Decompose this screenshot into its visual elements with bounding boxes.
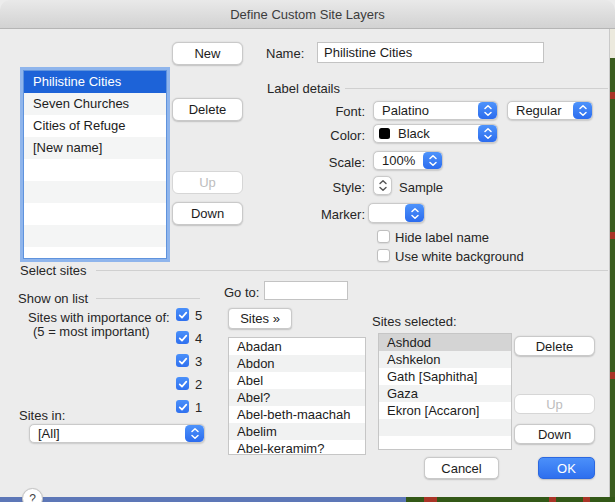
chevron-up-down-icon <box>423 152 442 169</box>
map-background-sliver-bottom <box>0 497 615 502</box>
site-list-item[interactable]: Abdon <box>229 355 365 372</box>
checkmark-icon <box>178 310 188 320</box>
color-popup[interactable]: Black <box>373 124 498 143</box>
font-popup[interactable]: Palatino <box>373 101 498 120</box>
hide-label-name-label[interactable]: Hide label name <box>395 230 489 245</box>
selected-site-empty-row <box>379 419 511 436</box>
sites-in-popup-value: [All] <box>30 426 185 441</box>
importance-note: (5 = most important) <box>33 324 150 339</box>
help-question-icon: ? <box>29 492 36 502</box>
select-sites-heading: Select sites <box>20 263 86 278</box>
importance-3-checkbox[interactable] <box>176 354 189 367</box>
font-style-popup-value: Regular <box>508 103 573 118</box>
scale-popup-value: 100% <box>374 153 423 168</box>
select-sites-divider <box>96 270 608 271</box>
chevron-up-down-icon <box>378 179 388 192</box>
selected-site-item[interactable]: Gath [Saphitha] <box>379 368 511 385</box>
importance-2-label[interactable]: 2 <box>195 377 202 392</box>
scale-label: Scale: <box>250 155 365 170</box>
define-custom-site-layers-dialog: Define Custom Site Layers Philistine Cit… <box>0 0 615 502</box>
goto-label: Go to: <box>224 285 259 300</box>
goto-input[interactable] <box>264 281 348 300</box>
show-on-list-heading: Show on list <box>18 291 88 306</box>
style-sample-text: Sample <box>399 180 443 195</box>
title-bar[interactable]: Define Custom Site Layers <box>0 0 615 29</box>
name-input[interactable]: Philistine Cities <box>317 42 544 63</box>
chevron-up-down-icon <box>478 102 497 119</box>
delete-selected-site-button[interactable]: Delete <box>514 336 595 356</box>
cancel-button[interactable]: Cancel <box>424 457 499 479</box>
selected-site-item[interactable]: Ashkelon <box>379 351 511 368</box>
importance-1-checkbox[interactable] <box>176 400 189 413</box>
scale-popup[interactable]: 100% <box>373 151 443 170</box>
label-details-heading: Label details <box>267 81 340 96</box>
selected-site-item[interactable]: Ashdod <box>379 334 511 351</box>
importance-label: Sites with importance of: <box>28 310 170 325</box>
use-white-background-label[interactable]: Use white background <box>395 249 524 264</box>
site-list-item[interactable]: Abel-keramim? <box>229 440 365 455</box>
move-site-up-button[interactable]: Up <box>514 394 595 414</box>
color-label: Color: <box>250 128 365 143</box>
site-list-item[interactable]: Abelim <box>229 423 365 440</box>
name-input-value: Philistine Cities <box>324 45 412 60</box>
custom-layers-list[interactable]: Philistine Cities Seven Churches Cities … <box>23 70 167 259</box>
marker-label: Marker: <box>250 207 365 222</box>
help-button[interactable]: ? <box>22 488 43 502</box>
selected-site-item[interactable]: Ekron [Accaron] <box>379 402 511 419</box>
move-site-down-button[interactable]: Down <box>514 424 595 444</box>
new-layer-button[interactable]: New <box>172 42 243 65</box>
importance-4-label[interactable]: 4 <box>195 331 202 346</box>
layer-list-item[interactable]: Cities of Refuge <box>24 115 166 137</box>
marker-popup[interactable] <box>368 203 425 223</box>
use-white-background-checkbox[interactable] <box>377 249 390 262</box>
checkmark-icon <box>178 356 188 366</box>
sites-in-popup[interactable]: [All] <box>29 424 205 443</box>
font-popup-value: Palatino <box>374 103 478 118</box>
site-list-item[interactable]: Abadan <box>229 338 365 355</box>
chevron-up-down-icon <box>478 125 497 142</box>
window-title: Define Custom Site Layers <box>230 7 385 22</box>
delete-layer-button[interactable]: Delete <box>172 98 243 121</box>
dialog-body: Philistine Cities Seven Churches Cities … <box>0 29 610 497</box>
move-layer-down-button[interactable]: Down <box>172 202 243 225</box>
importance-4-checkbox[interactable] <box>176 331 189 344</box>
sites-selected-label: Sites selected: <box>372 314 457 329</box>
show-on-list-divider <box>96 298 200 299</box>
sites-in-label: Sites in: <box>19 408 65 423</box>
layer-list-empty-row <box>24 181 166 203</box>
importance-2-checkbox[interactable] <box>176 377 189 390</box>
hide-label-name-checkbox[interactable] <box>377 230 390 243</box>
site-list-item[interactable]: Abel-beth-maachah <box>229 406 365 423</box>
label-details-divider <box>345 88 608 89</box>
checkmark-icon <box>178 333 188 343</box>
importance-5-label[interactable]: 5 <box>195 308 202 323</box>
font-style-popup[interactable]: Regular <box>507 101 593 120</box>
chevron-up-down-icon <box>405 204 424 222</box>
selected-sites-list[interactable]: Ashdod Ashkelon Gath [Saphitha] Gaza Ekr… <box>378 333 512 450</box>
chevron-up-down-icon <box>573 102 592 119</box>
font-label: Font: <box>250 104 365 119</box>
ok-button[interactable]: OK <box>538 457 595 479</box>
layer-list-item[interactable]: Seven Churches <box>24 93 166 115</box>
layer-list-empty-row <box>24 159 166 181</box>
layer-list-empty-row <box>24 203 166 225</box>
sites-menu-button[interactable]: Sites » <box>228 308 292 329</box>
layer-list-item[interactable]: Philistine Cities <box>24 71 166 93</box>
importance-3-label[interactable]: 3 <box>195 354 202 369</box>
importance-1-label[interactable]: 1 <box>195 400 202 415</box>
site-list-item[interactable]: Abel? <box>229 389 365 406</box>
name-label: Name: <box>266 46 304 61</box>
importance-5-checkbox[interactable] <box>176 308 189 321</box>
selected-site-empty-row <box>379 436 511 450</box>
style-stepper[interactable] <box>373 176 392 195</box>
available-sites-list[interactable]: Abadan Abdon Abel Abel? Abel-beth-maacha… <box>228 337 366 455</box>
selected-site-item[interactable]: Gaza <box>379 385 511 402</box>
chevron-up-down-icon <box>185 425 204 442</box>
site-list-item[interactable]: Abel <box>229 372 365 389</box>
move-layer-up-button[interactable]: Up <box>172 171 243 194</box>
checkmark-icon <box>178 402 188 412</box>
black-color-swatch <box>379 128 390 139</box>
layer-list-empty-row <box>24 225 166 247</box>
checkmark-icon <box>178 379 188 389</box>
layer-list-item[interactable]: [New name] <box>24 137 166 159</box>
